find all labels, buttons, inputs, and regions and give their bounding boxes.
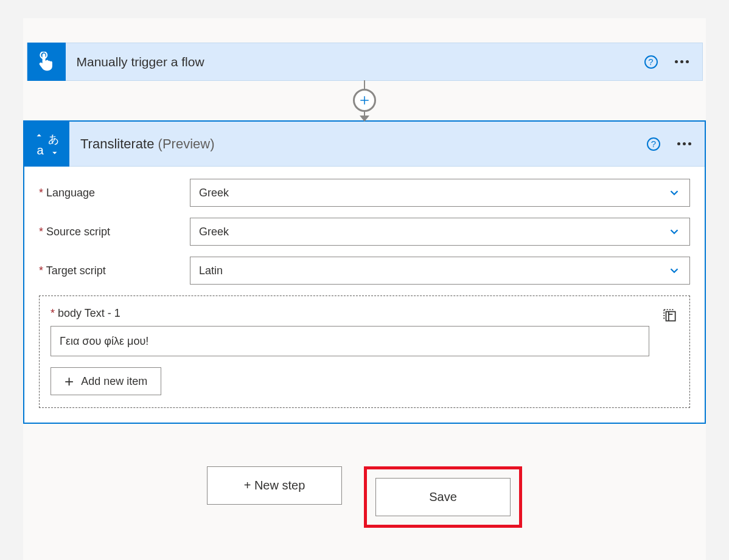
svg-text:a: a [37, 143, 44, 156]
manual-trigger-icon [27, 43, 66, 81]
action-title: Transliterate (Preview) [69, 136, 647, 152]
source-script-value: Greek [199, 226, 229, 238]
field-label: Target script [46, 264, 106, 277]
add-new-item-button[interactable]: + Add new item [51, 367, 161, 395]
translator-icon: あ a [24, 122, 69, 167]
more-icon[interactable] [677, 142, 691, 145]
field-language: * Language Greek [39, 179, 690, 207]
chevron-down-icon [668, 264, 681, 277]
language-value: Greek [199, 187, 229, 199]
trigger-title: Manually trigger a flow [66, 55, 644, 69]
body-text-input[interactable] [51, 326, 649, 356]
svg-rect-5 [666, 312, 675, 321]
action-title-text: Transliterate [80, 136, 154, 151]
help-icon[interactable]: ? [647, 137, 660, 151]
save-button[interactable]: Save [375, 478, 511, 516]
action-preview-label: (Preview) [158, 136, 215, 151]
language-select[interactable]: Greek [190, 179, 690, 207]
field-target-script: * Target script Latin [39, 257, 690, 285]
trigger-actions: ? [644, 55, 702, 69]
new-step-button[interactable]: + New step [207, 466, 342, 505]
field-source-script: * Source script Greek [39, 218, 690, 246]
flow-designer-canvas: Manually trigger a flow ? あ a Transl [23, 18, 706, 560]
footer-buttons: + New step Save [23, 466, 706, 528]
connector [23, 80, 706, 120]
chevron-down-icon [668, 225, 681, 238]
source-script-select[interactable]: Greek [190, 218, 690, 246]
chevron-down-icon [668, 186, 681, 199]
field-label: Source script [46, 226, 110, 238]
array-label: body Text - 1 [58, 307, 120, 319]
target-script-select[interactable]: Latin [190, 257, 690, 285]
field-label: Language [46, 187, 95, 199]
help-icon[interactable]: ? [644, 55, 658, 69]
action-card-transliterate: あ a Transliterate (Preview) ? * Language [23, 120, 706, 424]
action-header[interactable]: あ a Transliterate (Preview) ? [24, 122, 705, 167]
insert-step-button[interactable] [353, 89, 376, 112]
body-text-array: * body Text - 1 + [39, 296, 690, 408]
trigger-card[interactable]: Manually trigger a flow ? [27, 43, 703, 81]
target-script-value: Latin [199, 264, 223, 277]
more-icon[interactable] [675, 60, 689, 63]
action-body: * Language Greek * Source script Greek [24, 167, 705, 423]
add-item-label: Add new item [81, 375, 147, 388]
switch-to-array-icon[interactable] [661, 307, 678, 324]
save-highlight: Save [364, 466, 522, 528]
action-actions: ? [647, 137, 705, 151]
plus-icon: + [65, 372, 74, 391]
svg-text:あ: あ [48, 133, 59, 145]
